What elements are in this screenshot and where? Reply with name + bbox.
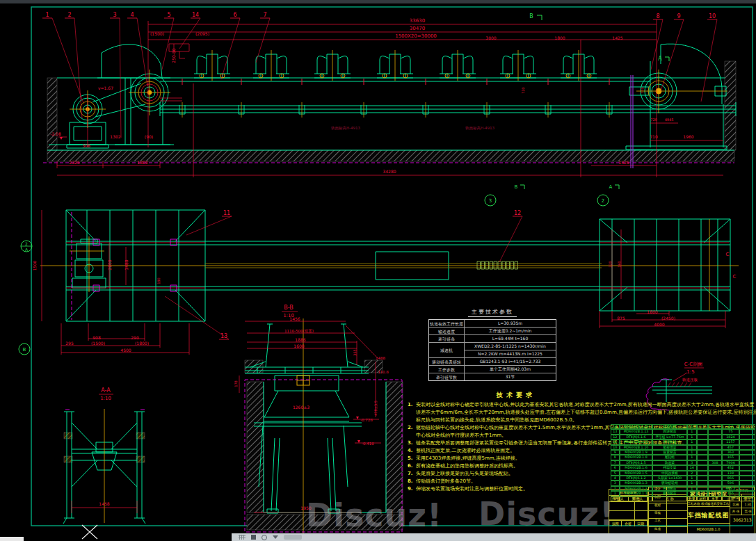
svg-text:1800: 1800: [554, 35, 565, 40]
svg-text:1458: 1458: [99, 501, 109, 506]
svg-text:720: 720: [650, 118, 657, 122]
balloon-7: 7: [263, 12, 266, 18]
svg-text:33630: 33630: [410, 18, 425, 24]
balloon-14: 14: [192, 12, 199, 18]
balloon-5: 5: [167, 12, 170, 18]
slider-handle[interactable]: [284, 535, 302, 540]
window-top-strip: [0, 0, 756, 3]
bom-row: 2MD6002B.1.2传动装置1465.2: [611, 486, 755, 491]
balloon-10: 10: [709, 13, 716, 19]
svg-text:1260±3: 1260±3: [293, 405, 309, 410]
bom-row: 5MD6002B.1.5中间连接板2138: [611, 471, 755, 476]
caret-down-icon[interactable]: [273, 535, 278, 539]
svg-text:1480: 1480: [124, 259, 129, 270]
svg-text:C: C: [733, 274, 737, 280]
svg-text:730: 730: [521, 87, 525, 94]
svg-text:4000: 4000: [654, 322, 664, 327]
svg-text:160: 160: [617, 261, 621, 268]
svg-text:478±3.5: 478±3.5: [373, 401, 378, 416]
svg-text:轨道压板: 轨道压板: [682, 378, 698, 382]
balloon-2: 2: [67, 12, 71, 18]
bom-row: 14MD6002B.1.14拉紧装置14.2: [611, 424, 755, 429]
param-row: 输送速度工作速度0.2~1m/min: [429, 327, 556, 334]
svg-text:190: 190: [156, 277, 161, 284]
svg-text:轨面标高H-4913: 轨面标高H-4913: [465, 126, 495, 131]
svg-text:2800: 2800: [107, 259, 112, 270]
svg-text:B-B: B-B: [284, 305, 293, 311]
svg-text:(1800): (1800): [135, 341, 149, 346]
balloon-4: 4: [130, 12, 134, 18]
tech-item: 1.安装时以全线对称中心确定牵引轨道中心线,并以此为基准安装其它各轨道,对称度误…: [408, 401, 756, 424]
svg-text:320: 320: [608, 261, 612, 268]
svg-text:B: B: [23, 347, 26, 353]
balloon-12: 12: [514, 210, 521, 216]
svg-text:(90): (90): [145, 134, 153, 139]
svg-text:A-A: A-A: [101, 387, 111, 394]
svg-text:110.8: 110.8: [378, 370, 389, 374]
bom-row: 12DTⅡ(A)6.1.6牵引链 L=77.76m11824: [611, 435, 755, 439]
svg-text:1608: 1608: [293, 344, 304, 348]
svg-text:2325: 2325: [69, 160, 79, 165]
bom-row: 10MD6002B.1.10尾部滑架1457: [611, 445, 755, 450]
svg-text:1500: 1500: [33, 261, 37, 270]
svg-text:A: A: [609, 184, 613, 190]
svg-text:-0.410: -0.410: [362, 442, 374, 446]
param-row: 牵引链节数31节: [429, 373, 556, 380]
svg-text:1800: 1800: [647, 309, 657, 314]
svg-text:908: 908: [93, 335, 101, 340]
svg-text:178: 178: [234, 380, 238, 387]
main-parameters-table: 主要技术参数 轨道有效工作长度L=30.935m输送速度工作速度0.2~1m/m…: [428, 308, 556, 381]
balloon-3: 3: [113, 12, 116, 18]
svg-text:295: 295: [65, 341, 74, 346]
svg-text:1800: 1800: [137, 160, 147, 165]
crosshair-cursor[interactable]: [82, 525, 97, 539]
svg-text:v=1.67: v=1.67: [98, 86, 113, 90]
title-block-number: 3062313: [730, 515, 755, 535]
svg-text:1302: 1302: [110, 134, 120, 139]
bottom-toolbar-strip[interactable]: [232, 533, 756, 541]
project-value: 板式输送机安装工程: [701, 502, 730, 506]
svg-text:4945: 4945: [665, 118, 674, 122]
svg-text:1456: 1456: [289, 316, 300, 321]
circle-icon[interactable]: [262, 535, 267, 540]
square-icon[interactable]: [251, 535, 256, 540]
bottom-left-corner-block: [0, 537, 24, 541]
bom-row: 7DTⅡ(A)6.1.5轨道梁33087904: [611, 460, 755, 465]
parameters-title: 主要技术参数: [468, 308, 517, 317]
svg-text:1886: 1886: [295, 337, 305, 342]
param-row: 驱动链条及链轮GB1243.1-93 i=41/15=2.733: [429, 357, 556, 365]
watermark-text: Discuz!: [306, 496, 442, 534]
svg-text:3: 3: [489, 198, 492, 204]
svg-text:308: 308: [82, 143, 90, 148]
project-name: 工程名称 板式输送机安装工程: [688, 501, 730, 507]
bom-row: 11MD6002B.1.11中间轨道11157: [611, 439, 755, 444]
svg-text:(1500): (1500): [150, 31, 164, 36]
svg-text:-0.728: -0.728: [360, 418, 373, 422]
svg-text:1425: 1425: [618, 160, 629, 165]
svg-text:290: 290: [131, 335, 139, 340]
svg-text:365: 365: [353, 349, 357, 356]
project-label: 工程名称: [688, 502, 700, 506]
svg-text:710: 710: [650, 134, 658, 139]
bom-row: 1MD6002B.1.1驱动装置1165: [611, 491, 755, 496]
chain-clips: [179, 79, 612, 118]
svg-text:(2095): (2095): [195, 31, 209, 36]
bom-row: 6MD6002B.1.6托辊支架14452: [611, 465, 755, 470]
svg-text:(1500): (1500): [91, 341, 105, 346]
param-row: 减速机XWED2.2-85-1/1225 n=1430r/minN=2.2KW …: [429, 342, 556, 357]
drawing-title: 车挡输配线图: [688, 507, 730, 524]
svg-text:875: 875: [617, 316, 625, 321]
balloon-8: 8: [656, 13, 659, 19]
svg-text:A: A: [658, 56, 662, 62]
section-mark-brackets: [520, 15, 669, 189]
svg-text:B: B: [529, 13, 533, 19]
param-row: 轨道有效工作长度L=30.935m: [429, 320, 556, 327]
svg-text:34280: 34280: [383, 169, 396, 174]
svg-text:-2.08: -2.08: [50, 131, 61, 136]
bom-row: 4DTⅡ(A)6.1.2头部架 L=14301866: [611, 476, 755, 481]
balloon-6: 6: [233, 12, 236, 18]
grip-dots-icon[interactable]: [239, 535, 246, 540]
param-row: 工作参数单个工作周期42.03m: [429, 365, 556, 373]
svg-text:1960: 1960: [683, 134, 693, 139]
svg-text:2: 2: [25, 241, 28, 246]
